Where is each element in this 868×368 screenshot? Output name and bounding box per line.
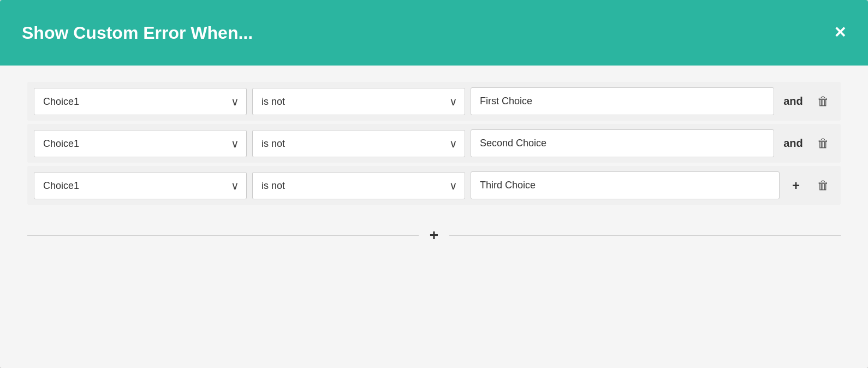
field-select-2[interactable]: Choice1Choice2Choice3: [34, 130, 247, 157]
modal-container: Show Custom Error When... ✕ Choice1Choic…: [0, 0, 868, 368]
condition-row: Choice1Choice2Choice3∨isis notcontainsdo…: [27, 82, 841, 121]
condition-row: Choice1Choice2Choice3∨isis notcontainsdo…: [27, 166, 841, 205]
add-condition-button[interactable]: +: [419, 227, 449, 244]
delete-condition-button-3[interactable]: 🗑: [812, 179, 834, 193]
condition-row: Choice1Choice2Choice3∨isis notcontainsdo…: [27, 124, 841, 163]
and-label: and: [780, 137, 807, 150]
value-input-2[interactable]: [471, 129, 774, 157]
and-label: and: [780, 95, 807, 108]
operator-select-3[interactable]: isis notcontainsdoes not contain: [252, 172, 465, 199]
divider-left: [27, 235, 419, 236]
modal-header: Show Custom Error When... ✕: [0, 0, 868, 66]
operator-select-2[interactable]: isis notcontainsdoes not contain: [252, 130, 465, 157]
modal-body: Choice1Choice2Choice3∨isis notcontainsdo…: [0, 66, 868, 368]
close-button[interactable]: ✕: [834, 25, 846, 40]
value-input-3[interactable]: [471, 171, 780, 199]
conditions-list: Choice1Choice2Choice3∨isis notcontainsdo…: [27, 82, 841, 205]
value-input-1[interactable]: [471, 87, 774, 115]
field-select-wrapper: Choice1Choice2Choice3∨: [34, 172, 247, 199]
modal-title: Show Custom Error When...: [22, 23, 253, 43]
delete-condition-button-2[interactable]: 🗑: [812, 136, 834, 151]
field-select-1[interactable]: Choice1Choice2Choice3: [34, 88, 247, 115]
field-select-wrapper: Choice1Choice2Choice3∨: [34, 130, 247, 157]
add-row-section: +: [27, 227, 841, 244]
divider-right: [449, 235, 841, 236]
add-value-button[interactable]: +: [785, 178, 807, 193]
operator-select-wrapper: isis notcontainsdoes not contain∨: [252, 88, 465, 115]
operator-select-1[interactable]: isis notcontainsdoes not contain: [252, 88, 465, 115]
field-select-3[interactable]: Choice1Choice2Choice3: [34, 172, 247, 199]
operator-select-wrapper: isis notcontainsdoes not contain∨: [252, 172, 465, 199]
field-select-wrapper: Choice1Choice2Choice3∨: [34, 88, 247, 115]
operator-select-wrapper: isis notcontainsdoes not contain∨: [252, 130, 465, 157]
delete-condition-button-1[interactable]: 🗑: [812, 94, 834, 109]
